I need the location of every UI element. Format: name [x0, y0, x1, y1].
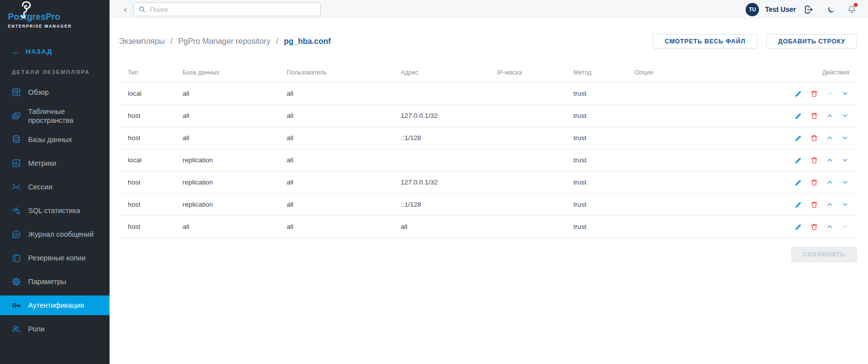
add-row-button[interactable]: ДОБАВИТЬ СТРОКУ: [766, 34, 857, 49]
notifications-button[interactable]: [847, 5, 856, 14]
move-row-up-button: [826, 90, 833, 97]
sidebar-item-label: Базы данных: [28, 135, 72, 144]
cell-options: [626, 149, 770, 171]
back-button[interactable]: ← НАЗАД: [0, 45, 110, 57]
sidebar-item-label: SQL статистика: [28, 206, 80, 215]
move-row-up-button[interactable]: [826, 156, 833, 164]
delete-row-button[interactable]: [810, 201, 818, 209]
table-row: host replication all ::1/128 trust: [119, 193, 857, 216]
cell-database: replication: [174, 171, 278, 193]
sidebar-item-backups[interactable]: Резервные копии: [0, 246, 110, 270]
edit-row-button[interactable]: [794, 223, 802, 231]
cell-method: trust: [565, 149, 626, 171]
sidebar-item-databases[interactable]: Базы данных: [0, 128, 110, 151]
sidebar-item-label: Роли: [28, 325, 44, 333]
main-content: Экземпляры / PgPro Manager repository / …: [110, 19, 868, 364]
move-row-down-button[interactable]: [841, 179, 849, 186]
move-row-down-button[interactable]: [841, 134, 849, 142]
cell-ip-mask: [488, 105, 565, 127]
sidebar-item-roles[interactable]: Роли: [0, 317, 110, 341]
move-row-up-button[interactable]: [826, 201, 833, 208]
cell-database: all: [174, 127, 278, 149]
cell-user: all: [278, 193, 392, 216]
view-whole-file-button[interactable]: СМОТРЕТЬ ВЕСЬ ФАЙЛ: [653, 34, 757, 49]
cell-user: all: [278, 216, 392, 238]
column-header-user: Пользователь: [278, 63, 392, 82]
cell-type: local: [119, 149, 174, 171]
parameters-icon: [11, 276, 22, 287]
sidebar-section-label: ДЕТАЛИ ЭКЗЕМПЛЯРА: [0, 69, 110, 75]
edit-row-button[interactable]: [794, 156, 802, 164]
cell-options: [626, 216, 770, 238]
edit-row-button[interactable]: [794, 112, 802, 120]
metrics-icon: [11, 158, 22, 169]
user-avatar[interactable]: TU: [746, 3, 759, 16]
search-icon: [139, 6, 146, 13]
cell-user: all: [278, 127, 392, 149]
cell-database: replication: [174, 193, 278, 216]
delete-row-button[interactable]: [810, 134, 818, 142]
column-header-ip-mask: IP-маска: [488, 63, 565, 82]
delete-row-button[interactable]: [810, 90, 818, 98]
sidebar-item-sessions[interactable]: Сессии: [0, 175, 110, 199]
move-row-up-button[interactable]: [826, 223, 833, 230]
row-actions: [779, 216, 857, 238]
theme-toggle-button[interactable]: [827, 5, 835, 14]
move-row-down-button: [841, 223, 849, 230]
cell-method: trust: [565, 171, 626, 193]
move-row-down-button[interactable]: [841, 201, 849, 208]
save-row: СОХРАНИТЬ: [119, 247, 857, 262]
table-row: local replication all trust: [119, 149, 857, 171]
key-icon: [11, 300, 22, 311]
search-box[interactable]: [133, 2, 321, 16]
move-row-up-button[interactable]: [826, 112, 833, 119]
cell-options: [626, 82, 770, 105]
sidebar-item-overview[interactable]: Обзор: [0, 80, 110, 104]
table-header-row: Тип База данных Пользователь Адрес IP-ма…: [119, 63, 857, 82]
move-row-up-button[interactable]: [826, 179, 833, 186]
delete-row-button[interactable]: [810, 179, 818, 186]
sidebar-item-metrics[interactable]: Метрики: [0, 151, 110, 175]
edit-row-button[interactable]: [794, 134, 802, 142]
row-actions: [779, 127, 857, 149]
move-row-down-button[interactable]: [841, 156, 849, 164]
sql-stats-icon: [11, 205, 22, 216]
breadcrumb-separator: /: [170, 37, 172, 45]
sidebar-item-label: Сессии: [28, 182, 52, 191]
edit-row-button[interactable]: [794, 90, 802, 98]
table-row: host all all all trust: [119, 216, 857, 238]
move-row-up-button[interactable]: [826, 134, 833, 142]
cell-address: 127.0.0.1/32: [392, 105, 488, 127]
table-row: host replication all 127.0.0.1/32 trust: [119, 171, 857, 193]
sidebar-item-tablespaces[interactable]: Табличные пространства: [0, 104, 110, 128]
logout-button[interactable]: [804, 5, 813, 14]
topbar-right: TU Test User: [746, 3, 868, 16]
cell-method: trust: [565, 105, 626, 127]
topbar: ‹ TU Test User: [110, 0, 868, 19]
cell-method: trust: [565, 216, 626, 238]
sidebar-item-sql-statistics[interactable]: SQL статистика: [0, 199, 110, 222]
user-name[interactable]: Test User: [765, 5, 796, 13]
sidebar-item-authentication[interactable]: Аутентификация: [0, 295, 110, 315]
delete-row-button[interactable]: [810, 156, 818, 164]
notification-dot: [854, 3, 858, 7]
search-input[interactable]: [150, 6, 315, 13]
sidebar-item-message-log[interactable]: Журнал сообщений: [0, 222, 110, 246]
breadcrumb-instances[interactable]: Экземпляры: [119, 37, 165, 45]
collapse-sidebar-button[interactable]: ‹: [120, 4, 130, 15]
sidebar-item-parameters[interactable]: Параметры: [0, 270, 110, 293]
cell-ip-mask: [488, 149, 565, 171]
row-actions: [779, 149, 857, 171]
cell-user: all: [278, 171, 392, 193]
cell-user: all: [278, 105, 392, 127]
delete-row-button[interactable]: [810, 112, 818, 120]
move-row-down-button[interactable]: [841, 90, 849, 97]
cell-type: local: [119, 82, 174, 105]
edit-row-button[interactable]: [794, 179, 802, 186]
delete-row-button[interactable]: [810, 223, 818, 231]
breadcrumb-current-file: pg_hba.conf: [284, 37, 331, 45]
breadcrumb-instance-name[interactable]: PgPro Manager repository: [178, 37, 270, 45]
save-button[interactable]: СОХРАНИТЬ: [791, 247, 857, 262]
move-row-down-button[interactable]: [841, 112, 849, 119]
edit-row-button[interactable]: [794, 201, 802, 209]
